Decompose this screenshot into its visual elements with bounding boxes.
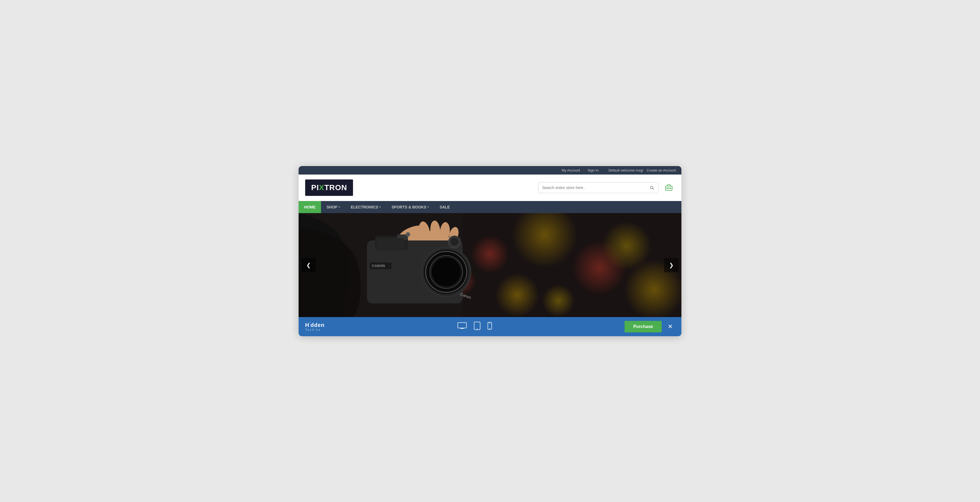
logo[interactable]: PIXTRON — [305, 180, 353, 196]
purchase-bar: H'dden Tech'es — [299, 317, 681, 336]
hero-slider: Canon CANON ❮ ❯ — [299, 213, 681, 317]
svg-rect-39 — [458, 322, 466, 328]
top-bar: My Account | Sign In Default welcome msg… — [299, 166, 681, 175]
tablet-icon — [474, 322, 481, 332]
svg-point-45 — [489, 328, 490, 329]
search-area — [538, 182, 675, 194]
device-icons-group — [457, 322, 492, 332]
phone-icon — [487, 322, 492, 331]
separator-1: | — [583, 168, 584, 172]
site-header: PIXTRON — [299, 175, 681, 201]
nav-item-sale[interactable]: SALE — [434, 201, 455, 213]
svg-point-29 — [430, 255, 463, 288]
svg-point-25 — [406, 232, 410, 237]
purchase-right: Purchase ✕ — [625, 321, 675, 332]
welcome-message: Default welcome msg! — [608, 168, 643, 172]
search-input[interactable] — [538, 183, 646, 193]
brand-sub: Tech'es — [305, 328, 325, 331]
slider-prev-button[interactable]: ❮ — [301, 258, 316, 272]
svg-rect-44 — [488, 322, 492, 329]
browser-window: My Account | Sign In Default welcome msg… — [299, 166, 681, 336]
search-box — [538, 182, 659, 193]
hero-image: Canon CANON — [299, 213, 681, 317]
svg-rect-15 — [463, 213, 681, 317]
apostrophe: ' — [309, 322, 310, 325]
nav-item-sports-books[interactable]: SPORTS & BOOKS ▾ — [386, 201, 434, 213]
sign-in-link[interactable]: Sign In — [588, 168, 598, 172]
search-icon — [649, 185, 654, 190]
svg-rect-36 — [377, 238, 404, 249]
sports-arrow: ▾ — [427, 206, 429, 209]
svg-point-38 — [450, 238, 458, 245]
logo-x: X — [319, 183, 324, 192]
svg-point-43 — [477, 328, 477, 329]
search-button[interactable] — [646, 182, 658, 193]
nav-item-home[interactable]: HOME — [299, 201, 321, 213]
hidden-techs-brand: H'dden Tech'es — [305, 322, 325, 331]
slider-next-button[interactable]: ❯ — [664, 258, 679, 272]
close-button[interactable]: ✕ — [665, 322, 675, 331]
logo-text: PIXTRON — [311, 183, 347, 192]
desktop-icon — [457, 322, 467, 331]
shop-arrow: ▾ — [339, 206, 340, 209]
brand-name: H'dden — [305, 322, 325, 328]
create-account-link[interactable]: Create an Account — [647, 168, 676, 172]
purchase-button[interactable]: Purchase — [625, 321, 662, 332]
cart-button[interactable] — [663, 182, 675, 194]
cart-icon — [665, 183, 673, 192]
main-nav: HOME SHOP ▾ ELECTRONICS ▾ SPORTS & BOOKS… — [299, 201, 681, 213]
nav-item-shop[interactable]: SHOP ▾ — [321, 201, 345, 213]
svg-text:CANON: CANON — [372, 264, 385, 268]
electronics-arrow: ▾ — [379, 206, 380, 209]
my-account-link[interactable]: My Account — [562, 168, 580, 172]
nav-item-electronics[interactable]: ELECTRONICS ▾ — [345, 201, 386, 213]
